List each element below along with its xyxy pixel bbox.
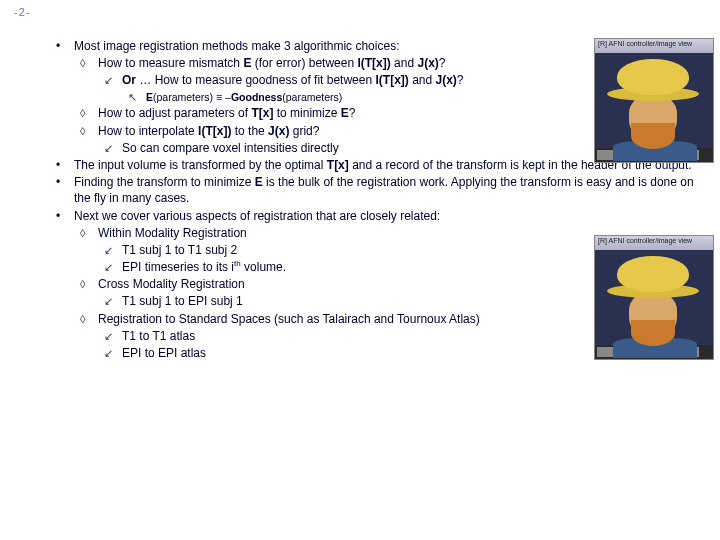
bullet-line: Within Modality Registration (80, 225, 580, 241)
figure-titlebar: [R] AFNI controller/image view (595, 236, 713, 250)
bullet-line: Next we cover various aspects of registr… (56, 208, 580, 224)
figure-bottom: [R] AFNI controller/image view (594, 235, 714, 360)
bullet-marker-diamond (80, 123, 98, 139)
bullet-line: How to measure mismatch E (for error) be… (80, 55, 580, 71)
bullet-line: T1 subj 1 to T1 subj 2 (104, 242, 580, 258)
bullet-text: How to interpolate I(T[x]) to the J(x) g… (98, 123, 580, 139)
figure-titlebar: [R] AFNI controller/image view (595, 39, 713, 53)
page-number: -2- (14, 6, 30, 18)
bullet-marker-arrow (104, 293, 122, 309)
bullet-line: How to interpolate I(T[x]) to the J(x) g… (80, 123, 580, 139)
bullet-text: So can compare voxel intensities directl… (122, 140, 580, 156)
bullet-text: How to adjust parameters of T[x] to mini… (98, 105, 580, 121)
bullet-line: Or … How to measure goodness of fit betw… (104, 72, 580, 88)
bullet-marker-uparrow (128, 90, 146, 105)
bullet-line: EPI to EPI atlas (104, 345, 580, 361)
bullet-marker-arrow (104, 72, 122, 88)
bullet-text: Cross Modality Registration (98, 276, 580, 292)
bullet-marker-diamond (80, 105, 98, 121)
bullet-marker-diamond (80, 55, 98, 71)
bullet-line: T1 subj 1 to EPI subj 1 (104, 293, 580, 309)
bullet-text: Finding the transform to minimize E is t… (74, 174, 700, 206)
bullet-text: Registration to Standard Spaces (such as… (98, 311, 580, 327)
bullet-marker-arrow (104, 345, 122, 361)
bullet-text: E(parameters) ≡ –Goodness(parameters) (146, 90, 580, 104)
bullet-marker-diamond (80, 276, 98, 292)
bullet-marker-arrow (104, 259, 122, 275)
bullet-line: Most image registration methods make 3 a… (56, 38, 580, 54)
bullet-marker-diamond (80, 225, 98, 241)
bullet-line: Registration to Standard Spaces (such as… (80, 311, 580, 327)
bullet-line: So can compare voxel intensities directl… (104, 140, 580, 156)
bullet-marker-dot (56, 208, 74, 224)
bullet-text: Or … How to measure goodness of fit betw… (122, 72, 580, 88)
bullet-text: Within Modality Registration (98, 225, 580, 241)
bullet-line: EPI timeseries to its ith volume. (104, 259, 580, 275)
bullet-marker-dot (56, 157, 74, 173)
bullet-marker-arrow (104, 328, 122, 344)
bullet-text: EPI to EPI atlas (122, 345, 580, 361)
bullet-line: Finding the transform to minimize E is t… (56, 174, 700, 206)
bullet-marker-dot (56, 38, 74, 54)
bullet-line: How to adjust parameters of T[x] to mini… (80, 105, 580, 121)
bullet-marker-dot (56, 174, 74, 190)
bullet-text: T1 to T1 atlas (122, 328, 580, 344)
figure-top: [R] AFNI controller/image view (594, 38, 714, 163)
bullet-text: EPI timeseries to its ith volume. (122, 259, 580, 275)
bullet-text: Most image registration methods make 3 a… (74, 38, 580, 54)
bullet-marker-diamond (80, 311, 98, 327)
bullet-text: T1 subj 1 to T1 subj 2 (122, 242, 580, 258)
slide-body: Most image registration methods make 3 a… (56, 38, 580, 362)
bullet-line: Cross Modality Registration (80, 276, 580, 292)
bullet-line: T1 to T1 atlas (104, 328, 580, 344)
bullet-line: E(parameters) ≡ –Goodness(parameters) (128, 90, 580, 105)
bullet-text: Next we cover various aspects of registr… (74, 208, 580, 224)
bullet-text: T1 subj 1 to EPI subj 1 (122, 293, 580, 309)
bullet-marker-arrow (104, 242, 122, 258)
painting-icon (595, 250, 713, 345)
bullet-text: How to measure mismatch E (for error) be… (98, 55, 580, 71)
bullet-marker-arrow (104, 140, 122, 156)
painting-icon (595, 53, 713, 148)
